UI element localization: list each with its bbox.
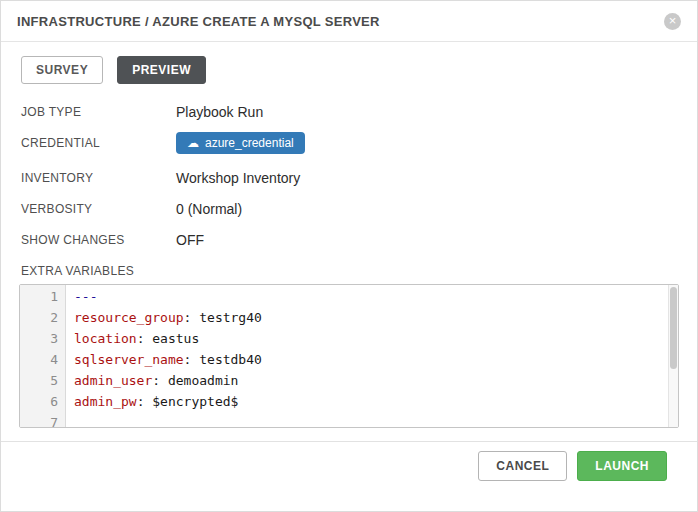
editor-scrollbar-thumb[interactable] — [670, 287, 677, 369]
details-list: JOB TYPE Playbook Run CREDENTIAL ☁ azure… — [21, 101, 677, 251]
detail-label: VERBOSITY — [21, 202, 176, 216]
detail-label: JOB TYPE — [21, 105, 176, 119]
modal-header: INFRASTRUCTURE / AZURE CREATE A MYSQL SE… — [1, 1, 697, 42]
code-line: resource_group: testrg40 — [74, 307, 678, 328]
modal-title: INFRASTRUCTURE / AZURE CREATE A MYSQL SE… — [17, 14, 380, 29]
tab-bar: SURVEY PREVIEW — [21, 56, 677, 84]
detail-value: OFF — [176, 232, 204, 248]
extra-variables-editor[interactable]: 1234567 ---resource_group: testrg40locat… — [19, 284, 679, 428]
code-line: sqlserver_name: testdb40 — [74, 349, 678, 370]
detail-row: CREDENTIAL ☁ azure_credential — [21, 132, 677, 154]
detail-value: Playbook Run — [176, 104, 263, 120]
code-line: admin_pw: $encrypted$ — [74, 391, 678, 412]
line-number: 2 — [20, 307, 58, 328]
detail-label: CREDENTIAL — [21, 136, 176, 150]
tab-preview[interactable]: PREVIEW — [117, 56, 206, 84]
credential-badge[interactable]: ☁ azure_credential — [176, 132, 305, 154]
detail-row: SHOW CHANGES OFF — [21, 229, 677, 251]
editor-line-numbers: 1234567 — [20, 285, 66, 427]
detail-row: VERBOSITY 0 (Normal) — [21, 198, 677, 220]
line-number: 4 — [20, 349, 58, 370]
detail-value: 0 (Normal) — [176, 201, 242, 217]
cancel-button[interactable]: CANCEL — [478, 451, 567, 481]
line-number: 3 — [20, 328, 58, 349]
editor-code[interactable]: ---resource_group: testrg40location: eas… — [66, 285, 678, 427]
detail-label: INVENTORY — [21, 171, 176, 185]
line-number: 7 — [20, 412, 58, 428]
code-line: location: eastus — [74, 328, 678, 349]
editor-scrollbar[interactable] — [668, 285, 678, 427]
code-line: admin_user: demoadmin — [74, 370, 678, 391]
code-line — [74, 412, 678, 427]
detail-label: SHOW CHANGES — [21, 233, 176, 247]
badge-label: azure_credential — [205, 136, 294, 150]
extra-variables-label: EXTRA VARIABLES — [21, 264, 677, 278]
modal-footer: CANCEL LAUNCH — [1, 442, 697, 481]
job-launch-preview-modal: INFRASTRUCTURE / AZURE CREATE A MYSQL SE… — [0, 0, 698, 512]
line-number: 6 — [20, 391, 58, 412]
line-number: 5 — [20, 370, 58, 391]
detail-row: INVENTORY Workshop Inventory — [21, 167, 677, 189]
launch-button[interactable]: LAUNCH — [577, 451, 667, 481]
cloud-icon: ☁ — [187, 137, 199, 149]
line-number: 1 — [20, 286, 58, 307]
code-line: --- — [74, 286, 678, 307]
close-icon[interactable]: × — [664, 13, 681, 30]
detail-row: JOB TYPE Playbook Run — [21, 101, 677, 123]
tab-survey[interactable]: SURVEY — [21, 56, 103, 84]
detail-value: Workshop Inventory — [176, 170, 300, 186]
